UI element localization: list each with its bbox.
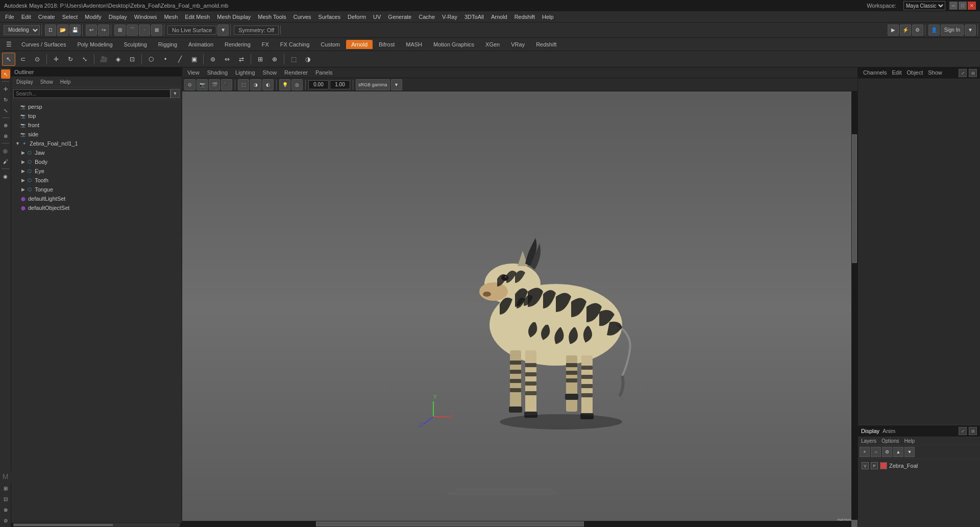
channels-tab-channels[interactable]: Channels — [861, 69, 889, 77]
tree-item-body[interactable]: ▶ ⬡ Body — [11, 157, 182, 166]
universal-manip-button[interactable]: ⊛ — [1, 131, 10, 140]
outliner-tab-show[interactable]: Show — [37, 78, 56, 86]
outliner-search-input[interactable] — [13, 89, 170, 98]
vp-menu-shading[interactable]: Shading — [204, 68, 231, 77]
viewport-hscroll-thumb[interactable] — [316, 521, 583, 526]
layers-tab-display[interactable]: Display — [861, 428, 879, 434]
tree-item-tooth[interactable]: ▶ ⬡ Tooth — [11, 176, 182, 185]
render-view-button[interactable]: ◈ — [111, 53, 125, 66]
menu-edit[interactable]: Edit — [18, 13, 34, 21]
layers-sub-tab-help[interactable]: Help — [904, 438, 915, 444]
edge-mode-button[interactable]: ╱ — [173, 53, 186, 66]
tab-animation[interactable]: Animation — [183, 40, 218, 49]
snap-point-button[interactable]: · — [139, 25, 150, 36]
viewport-canvas[interactable]: X Y Z persp — [182, 91, 857, 527]
tab-sculpting[interactable]: Sculpting — [119, 40, 152, 49]
tab-arnold[interactable]: Arnold — [346, 40, 373, 49]
layers-option-button[interactable]: ⚙ — [882, 447, 892, 457]
tab-vray[interactable]: VRay — [506, 40, 530, 49]
vp-color-profile-button[interactable]: sRGB gamma — [356, 79, 390, 90]
menu-generate[interactable]: Generate — [385, 13, 414, 21]
menu-mesh-tools[interactable]: Mesh Tools — [255, 13, 289, 21]
vp-shade-button[interactable]: ◐ — [262, 79, 274, 90]
snap-to-grid-button[interactable]: ⊞ — [254, 53, 267, 66]
menu-vray[interactable]: V-Ray — [439, 13, 460, 21]
menu-edit-mesh[interactable]: Edit Mesh — [182, 13, 213, 21]
vp-camera-button[interactable]: 📷 — [197, 79, 208, 90]
menu-display[interactable]: Display — [106, 13, 130, 21]
vp-camera-near-input[interactable] — [308, 80, 329, 89]
scale-tool-button[interactable]: ⤡ — [78, 53, 91, 66]
outliner-tab-help[interactable]: Help — [57, 78, 74, 86]
face-mode-button[interactable]: ▣ — [187, 53, 201, 66]
menu-cache[interactable]: Cache — [415, 13, 438, 21]
layers-delete-button[interactable]: − — [871, 447, 881, 457]
layers-tab-anim[interactable]: Anim — [883, 428, 895, 434]
workspace-dropdown[interactable]: Maya Classic — [903, 1, 945, 10]
vp-menu-show[interactable]: Show — [260, 68, 280, 77]
menu-create[interactable]: Create — [35, 13, 58, 21]
menu-mesh-display[interactable]: Mesh Display — [214, 13, 254, 21]
snap-to-point-button[interactable]: ⊕ — [268, 53, 281, 66]
camera-tool-button[interactable]: 🎥 — [97, 53, 110, 66]
vp-wireframe-button[interactable]: ⬚ — [238, 79, 249, 90]
vp-menu-view[interactable]: View — [184, 68, 203, 77]
soft-mod-button[interactable]: ◎ — [1, 146, 10, 155]
menu-curves[interactable]: Curves — [290, 13, 314, 21]
object-mode-button[interactable]: ⬡ — [144, 53, 158, 66]
soft-select-button[interactable]: ⊚ — [206, 53, 219, 66]
channels-expand-button[interactable]: ⤢ — [959, 69, 967, 77]
save-file-button[interactable]: 💾 — [69, 25, 81, 36]
viewport-vscrollbar[interactable] — [851, 91, 857, 520]
close-button[interactable]: ✕ — [968, 2, 976, 10]
outliner-hscroll-thumb[interactable] — [14, 524, 113, 526]
snap-curve-button[interactable]: ⌒ — [127, 25, 138, 36]
snap-button[interactable]: ⊕ — [1, 121, 10, 130]
mirror-button[interactable]: ⇄ — [235, 53, 248, 66]
mode-select[interactable]: Modeling — [4, 25, 40, 35]
tree-item-side[interactable]: 📷 side — [11, 130, 182, 139]
menu-select[interactable]: Select — [59, 13, 81, 21]
quad-icon-1[interactable]: ⊞ — [1, 484, 10, 493]
shade-toggle-button[interactable]: ◑ — [301, 53, 314, 66]
layer-p-button[interactable]: P — [871, 462, 878, 469]
tree-item-default-light-set[interactable]: ⬤ defaultLightSet — [11, 194, 182, 203]
vp-home-button[interactable]: ⊙ — [184, 79, 195, 90]
menu-modify[interactable]: Modify — [82, 13, 104, 21]
undo-button[interactable]: ↩ — [86, 25, 97, 36]
vp-menu-lighting[interactable]: Lighting — [232, 68, 258, 77]
rotate-tool-button[interactable]: ↻ — [64, 53, 77, 66]
menu-help[interactable]: Help — [539, 13, 557, 21]
vp-resolution-button[interactable]: ⬛ — [221, 79, 232, 90]
select-tool-button[interactable]: ↖ — [2, 53, 15, 66]
menu-file[interactable]: File — [2, 13, 17, 21]
tab-mash[interactable]: MASH — [401, 40, 427, 49]
menu-uv[interactable]: UV — [370, 13, 384, 21]
render-settings-button[interactable]: ⚙ — [912, 25, 923, 36]
symmetry-mode-button[interactable]: ⇔ — [220, 53, 234, 66]
wireframe-toggle-button[interactable]: ⬚ — [287, 53, 300, 66]
tab-bifrost[interactable]: Bifrost — [374, 40, 400, 49]
paint-button[interactable]: 🖌 — [1, 157, 10, 166]
tree-item-eye[interactable]: ▶ ⬡ Eye — [11, 166, 182, 176]
render-button[interactable]: ▶ — [888, 25, 899, 36]
menu-redshift[interactable]: Redshift — [511, 13, 538, 21]
tree-item-zebra-foal-group[interactable]: ▼ ✦ Zebra_Foal_ncl1_1 — [11, 139, 182, 148]
outliner-tab-display[interactable]: Display — [13, 78, 36, 86]
vp-menu-renderer[interactable]: Renderer — [281, 68, 311, 77]
restore-button[interactable]: □ — [959, 2, 967, 10]
paint-select-button[interactable]: ⊙ — [31, 53, 44, 66]
tab-rigging[interactable]: Rigging — [153, 40, 182, 49]
menu-deform[interactable]: Deform — [345, 13, 369, 21]
menu-surfaces[interactable]: Surfaces — [315, 13, 344, 21]
tab-xgen[interactable]: XGen — [480, 40, 505, 49]
channels-tab-object[interactable]: Object — [904, 69, 925, 77]
move-button[interactable]: ✛ — [1, 84, 10, 93]
tab-fx[interactable]: FX — [257, 40, 274, 49]
new-file-button[interactable]: 🗋 — [45, 25, 56, 36]
vp-shadow-button[interactable]: ◎ — [291, 79, 303, 90]
channels-tab-show[interactable]: Show — [926, 69, 944, 77]
snap-view-button[interactable]: ⊠ — [151, 25, 162, 36]
layers-down-button[interactable]: ▼ — [904, 447, 915, 457]
outliner-search-options-button[interactable]: ▼ — [170, 89, 180, 98]
